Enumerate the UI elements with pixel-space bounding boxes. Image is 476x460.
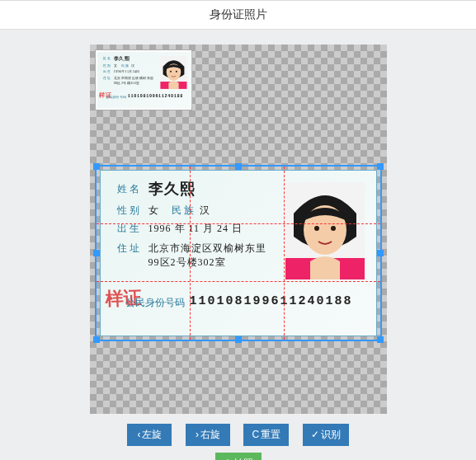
button-label: 重置 bbox=[261, 429, 280, 440]
rotate-right-button[interactable]: ›右旋 bbox=[186, 424, 230, 446]
value-sex: 女 bbox=[113, 63, 116, 68]
rotate-left-button[interactable]: ‹左旋 bbox=[127, 424, 172, 446]
preview-thumbnail: 姓 名 李久熙 性 别 女 民 族 汉 出 生 1996年11月24日 住 址 … bbox=[95, 49, 192, 110]
svg-point-9 bbox=[331, 226, 336, 231]
crop-guide bbox=[190, 167, 191, 340]
capture-button[interactable]: ✿拍照 bbox=[215, 453, 262, 460]
label-sex: 性 别 bbox=[117, 204, 139, 218]
crop-guide bbox=[97, 281, 380, 282]
cropped-image: 姓 名 李久熙 性 别 女 民 族 汉 出 生 1996 年 11 月 24 日… bbox=[100, 170, 377, 336]
value-name: 李久熙 bbox=[113, 54, 129, 61]
value-name: 李久熙 bbox=[148, 179, 196, 199]
button-label: 识别 bbox=[321, 429, 341, 440]
reset-button[interactable]: C重置 bbox=[243, 424, 289, 446]
chevron-right-icon: › bbox=[196, 429, 199, 440]
check-icon: ✓ bbox=[311, 429, 319, 440]
id-photo bbox=[160, 56, 187, 89]
value-addr: 北京市海淀区双榆树东里99区2号楼302室 bbox=[148, 242, 272, 270]
label-dob: 出 生 bbox=[102, 69, 110, 74]
crop-workspace[interactable]: 姓 名 李久熙 性 别 女 民 族 汉 出 生 1996年11月24日 住 址 … bbox=[90, 45, 387, 414]
toolbar: ‹左旋 ›右旋 C重置 ✓识别 bbox=[0, 424, 476, 446]
resize-handle-e[interactable] bbox=[377, 250, 384, 256]
value-addr: 北京市海淀区双榆树东里99区2号楼302室 bbox=[113, 76, 155, 85]
reset-icon: C bbox=[252, 429, 259, 440]
id-photo bbox=[285, 182, 365, 279]
crop-box[interactable]: 姓 名 李久熙 性 别 女 民 族 汉 出 生 1996 年 11 月 24 日… bbox=[95, 165, 382, 341]
label-idno: 公民身份号码 bbox=[106, 95, 125, 100]
button-label: 左旋 bbox=[142, 429, 162, 440]
label-sex: 性 别 bbox=[102, 63, 110, 68]
panel-title: 身份证照片 bbox=[0, 0, 476, 30]
value-nation: 汉 bbox=[130, 63, 134, 68]
value-idno: 110108199611240188 bbox=[190, 294, 353, 308]
id-card-thumb: 姓 名 李久熙 性 别 女 民 族 汉 出 生 1996年11月24日 住 址 … bbox=[97, 52, 191, 108]
toolbar-secondary: ✿拍照 bbox=[0, 453, 476, 460]
recognize-button[interactable]: ✓识别 bbox=[303, 424, 349, 446]
resize-handle-sw[interactable] bbox=[93, 336, 100, 343]
label-addr: 住 址 bbox=[102, 76, 110, 81]
resize-handle-w[interactable] bbox=[93, 250, 100, 256]
crop-guide bbox=[97, 223, 380, 224]
value-nation: 汉 bbox=[200, 204, 210, 218]
chevron-left-icon: ‹ bbox=[137, 429, 140, 440]
value-sex: 女 bbox=[148, 204, 159, 218]
resize-handle-ne[interactable] bbox=[377, 163, 384, 170]
id-card: 姓 名 李久熙 性 别 女 民 族 汉 出 生 1996 年 11 月 24 日… bbox=[101, 171, 377, 336]
value-dob: 1996年11月24日 bbox=[113, 69, 139, 74]
crop-guide bbox=[284, 167, 285, 340]
resize-handle-se[interactable] bbox=[377, 336, 384, 343]
label-name: 姓 名 bbox=[117, 182, 139, 196]
svg-point-8 bbox=[314, 226, 319, 231]
label-name: 姓 名 bbox=[102, 56, 110, 61]
resize-handle-s[interactable] bbox=[235, 336, 242, 343]
value-idno: 110108199611240188 bbox=[127, 94, 182, 99]
resize-handle-n[interactable] bbox=[235, 163, 242, 170]
resize-handle-nw[interactable] bbox=[93, 163, 100, 170]
label-addr: 住 址 bbox=[117, 242, 139, 256]
button-label: 右旋 bbox=[200, 429, 220, 440]
label-nation: 民 族 bbox=[121, 63, 129, 68]
label-idno: 公民身份号码 bbox=[125, 296, 185, 310]
